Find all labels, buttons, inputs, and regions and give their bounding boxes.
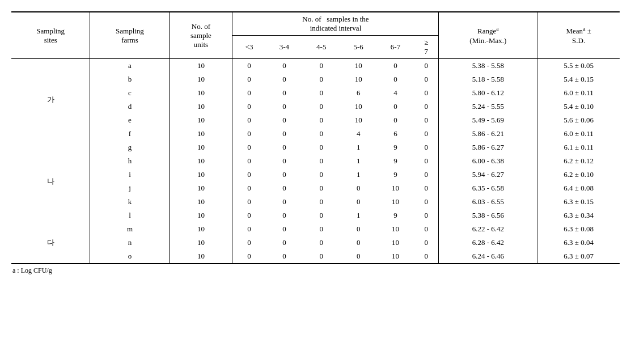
header-sampling-farms: Samplingfarms [90, 12, 170, 59]
cell-interval: 0 [266, 181, 303, 195]
cell-farm: f [90, 127, 170, 141]
cell-interval: 0 [266, 154, 303, 168]
header-45: 4-5 [303, 36, 340, 59]
data-table: Samplingsites Samplingfarms No. ofsample… [11, 11, 620, 264]
cell-interval: 0 [266, 141, 303, 154]
cell-n: 10 [170, 100, 232, 113]
cell-interval: 0 [377, 113, 414, 127]
cell-interval: 0 [232, 154, 266, 168]
cell-farm: e [90, 113, 170, 127]
cell-interval: 10 [377, 181, 414, 195]
cell-n: 10 [170, 73, 232, 86]
cell-interval: 0 [414, 113, 439, 127]
cell-interval: 0 [303, 100, 340, 113]
cell-interval: 0 [266, 113, 303, 127]
cell-site: 다 [11, 222, 90, 264]
cell-interval: 0 [303, 195, 340, 209]
cell-n: 10 [170, 209, 232, 222]
cell-range: 6.22 - 6.42 [439, 222, 537, 236]
cell-mean: 5.5 ± 0.05 [537, 59, 620, 73]
cell-interval: 0 [303, 249, 340, 264]
header-sample-units: No. ofsampleunits [170, 12, 232, 59]
cell-interval: 1 [340, 141, 376, 154]
cell-farm: n [90, 236, 170, 249]
cell-mean: 6.3 ± 0.08 [537, 222, 620, 236]
cell-interval: 0 [232, 141, 266, 154]
cell-interval: 0 [414, 222, 439, 236]
cell-n: 10 [170, 154, 232, 168]
cell-interval: 1 [340, 168, 376, 181]
cell-interval: 9 [377, 141, 414, 154]
cell-interval: 0 [377, 73, 414, 86]
cell-n: 10 [170, 168, 232, 181]
cell-mean: 6.2 ± 0.10 [537, 168, 620, 181]
cell-interval: 0 [340, 236, 376, 249]
cell-interval: 0 [232, 86, 266, 100]
cell-interval: 4 [340, 127, 376, 141]
footnote: a : Log CFU/g [11, 266, 620, 275]
cell-interval: 1 [340, 209, 376, 222]
cell-farm: i [90, 168, 170, 181]
cell-mean: 6.3 ± 0.07 [537, 249, 620, 264]
cell-range: 5.24 - 5.55 [439, 100, 537, 113]
cell-interval: 0 [232, 236, 266, 249]
cell-range: 6.35 - 6.58 [439, 181, 537, 195]
cell-interval: 0 [232, 209, 266, 222]
cell-interval: 0 [232, 181, 266, 195]
cell-n: 10 [170, 236, 232, 249]
cell-n: 10 [170, 249, 232, 264]
cell-interval: 10 [377, 195, 414, 209]
cell-interval: 10 [340, 100, 376, 113]
cell-interval: 0 [377, 59, 414, 73]
cell-interval: 0 [303, 168, 340, 181]
header-sampling-sites: Samplingsites [11, 12, 90, 59]
cell-n: 10 [170, 113, 232, 127]
cell-interval: 6 [377, 127, 414, 141]
cell-interval: 0 [303, 236, 340, 249]
cell-interval: 10 [340, 73, 376, 86]
cell-interval: 0 [414, 127, 439, 141]
cell-interval: 0 [232, 195, 266, 209]
cell-interval: 0 [303, 222, 340, 236]
cell-mean: 6.2 ± 0.12 [537, 154, 620, 168]
cell-interval: 0 [266, 100, 303, 113]
table-row: f100004605.86 - 6.216.0 ± 0.11 [11, 127, 620, 141]
cell-n: 10 [170, 181, 232, 195]
cell-range: 6.00 - 6.38 [439, 154, 537, 168]
cell-interval: 0 [232, 113, 266, 127]
cell-interval: 0 [414, 249, 439, 264]
cell-interval: 0 [414, 73, 439, 86]
cell-interval: 0 [303, 127, 340, 141]
cell-interval: 0 [266, 73, 303, 86]
cell-farm: l [90, 209, 170, 222]
cell-interval: 0 [414, 59, 439, 73]
header-gte7: ≥7 [414, 36, 439, 59]
cell-interval: 0 [232, 222, 266, 236]
table-row: 다m1000001006.22 - 6.426.3 ± 0.08 [11, 222, 620, 236]
cell-farm: h [90, 154, 170, 168]
cell-interval: 0 [340, 222, 376, 236]
cell-interval: 0 [266, 127, 303, 141]
cell-range: 5.18 - 5.58 [439, 73, 537, 86]
cell-mean: 5.4 ± 0.10 [537, 100, 620, 113]
header-range: Rangea(Min.-Max.) [439, 12, 537, 59]
cell-interval: 0 [303, 141, 340, 154]
cell-n: 10 [170, 195, 232, 209]
cell-interval: 10 [377, 236, 414, 249]
header-mean: Meana ±S.D. [537, 12, 620, 59]
cell-range: 5.49 - 5.69 [439, 113, 537, 127]
cell-interval: 0 [232, 59, 266, 73]
cell-range: 5.86 - 6.21 [439, 127, 537, 141]
table-row: n1000001006.28 - 6.426.3 ± 0.04 [11, 236, 620, 249]
table-row: c100006405.80 - 6.126.0 ± 0.11 [11, 86, 620, 100]
cell-interval: 0 [266, 236, 303, 249]
table-row: j1000001006.35 - 6.586.4 ± 0.08 [11, 181, 620, 195]
cell-range: 6.28 - 6.42 [439, 236, 537, 249]
table-row: l100001905.38 - 6.566.3 ± 0.34 [11, 209, 620, 222]
cell-interval: 0 [303, 73, 340, 86]
cell-interval: 0 [232, 127, 266, 141]
cell-range: 5.94 - 6.27 [439, 168, 537, 181]
header-56: 5-6 [340, 36, 376, 59]
cell-interval: 10 [377, 222, 414, 236]
cell-n: 10 [170, 127, 232, 141]
